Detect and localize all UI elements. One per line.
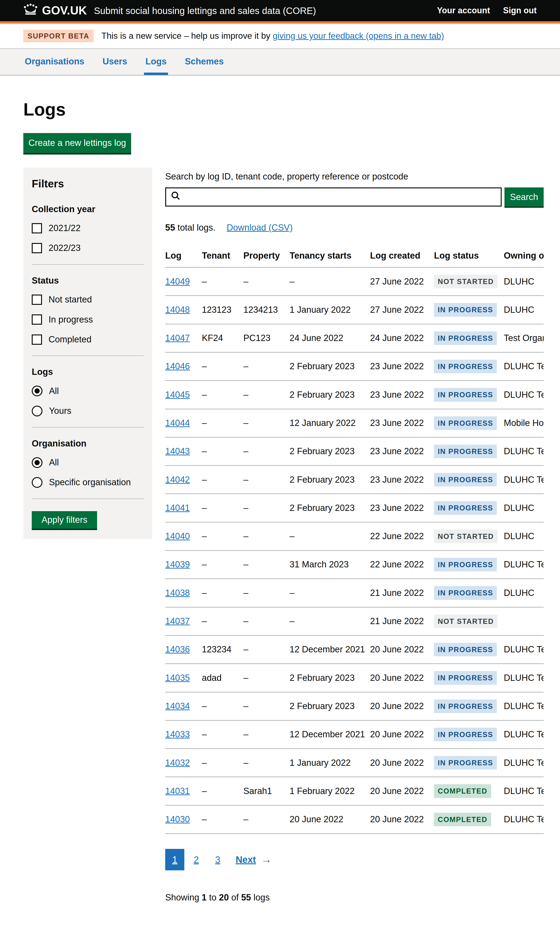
log-link[interactable]: 14043 [165,446,190,456]
showing-of-word: of [231,893,239,902]
log-link[interactable]: 14048 [165,305,190,314]
log-link[interactable]: 14041 [165,503,190,513]
search-button[interactable]: Search [505,188,544,206]
filter-option-label: All [49,385,59,397]
cell-log-created: 20 June 2022 [370,749,434,777]
results-summary: 55 total logs.Download (CSV) [165,222,544,234]
cell-owning-organisation: DLUHC [504,296,544,324]
pagination-page-3[interactable]: 3 [208,849,227,870]
radio-all[interactable] [32,386,43,396]
nav-tab-logs[interactable]: Logs [144,49,168,75]
pagination-page-2[interactable]: 2 [187,849,206,870]
cell-log-status: IN PROGRESS [434,749,504,777]
your-account-link[interactable]: Your account [437,5,490,16]
showing-total: 55 [241,893,251,902]
log-link[interactable]: 14045 [165,390,190,400]
cell-tenant: – [202,607,243,635]
header-logo-group[interactable]: GOV.UK Submit social housing lettings an… [23,3,316,18]
filters-panel: Filters Collection year2021/222022/23Sta… [23,168,152,539]
status-badge: IN PROGRESS [434,303,497,316]
log-link[interactable]: 14040 [165,531,190,541]
cell-log-created: 20 June 2022 [370,777,434,805]
cell-property: – [243,692,290,720]
cell-tenancy-starts: 12 December 2021 [290,635,370,664]
pagination-next-link[interactable]: Next [236,853,256,866]
cell-tenancy-starts: 1 February 2022 [290,777,370,805]
results-count: 55 [165,223,175,232]
table-row: 14049–––27 June 2022NOT STARTEDDLUHC [165,267,544,296]
log-link[interactable]: 14034 [165,701,190,711]
cell-owning-organisation: DLUHC Test [504,692,544,720]
log-link[interactable]: 14033 [165,730,190,739]
cell-tenant: – [202,749,243,777]
search-icon [170,191,181,203]
cell-tenancy-starts: 1 January 2022 [290,296,370,324]
cell-property: – [243,607,290,635]
cell-log-created: 20 June 2022 [370,664,434,692]
pagination-page-1[interactable]: 1 [165,849,184,870]
log-link[interactable]: 14036 [165,644,190,654]
nav-tab-users[interactable]: Users [101,49,129,75]
nav-tab-schemes[interactable]: Schemes [183,49,225,75]
table-row: 14044––12 January 202223 June 2022IN PRO… [165,409,544,437]
log-link[interactable]: 14047 [165,333,190,343]
page-title: Logs [23,98,544,121]
log-link[interactable]: 14039 [165,559,190,569]
filter-option-2022-23: 2022/23 [32,242,144,254]
cell-tenant: – [202,381,243,409]
log-link[interactable]: 14044 [165,418,190,428]
log-link[interactable]: 14030 [165,814,190,824]
checkbox-2022-23[interactable] [32,243,42,253]
table-row: 14047KF24PC12324 June 202224 June 2022IN… [165,324,544,352]
cell-property: – [243,267,290,296]
status-badge: IN PROGRESS [434,331,497,345]
cell-tenant: – [202,494,243,522]
filter-divider [32,264,144,265]
cell-tenant: – [202,720,243,748]
log-link[interactable]: 14046 [165,361,190,371]
filter-option-specific-organisation: Specific organisation [32,476,144,488]
filter-option-label: Completed [49,334,92,345]
checkbox-in-progress[interactable] [32,314,42,325]
filter-option-label: All [49,457,59,468]
checkbox-completed[interactable] [32,334,42,345]
log-link[interactable]: 14042 [165,475,190,485]
radio-yours[interactable] [32,406,43,417]
download-csv-link[interactable]: Download (CSV) [227,223,293,232]
cell-log: 14044 [165,409,202,437]
cell-owning-organisation: DLUHC Test [504,437,544,466]
filter-option-label: Specific organisation [49,476,131,488]
apply-filters-button[interactable]: Apply filters [32,511,97,529]
cell-log-status: IN PROGRESS [434,635,504,664]
checkbox-not-started[interactable] [32,295,42,305]
table-row: 14038–––21 June 2022IN PROGRESSDLUHC [165,579,544,607]
checkbox-2021-22[interactable] [32,223,42,234]
log-link[interactable]: 14035 [165,673,190,683]
log-link[interactable]: 14031 [165,786,190,796]
log-link[interactable]: 14049 [165,276,190,286]
search-input[interactable] [184,192,496,202]
cell-log-status: IN PROGRESS [434,324,504,352]
log-link[interactable]: 14032 [165,758,190,768]
cell-tenancy-starts: 31 March 2023 [290,551,370,579]
cell-property: – [243,381,290,409]
cell-tenant: – [202,352,243,380]
cell-log-status: IN PROGRESS [434,664,504,692]
table-row: 14039––31 March 202322 June 2022IN PROGR… [165,551,544,579]
govuk-logotype[interactable]: GOV.UK [42,3,87,18]
cell-tenant: 123234 [202,635,243,664]
radio-specific-organisation[interactable] [32,477,43,488]
create-lettings-log-button[interactable]: Create a new lettings log [23,133,131,153]
cell-log: 14038 [165,579,202,607]
log-link[interactable]: 14038 [165,588,190,598]
status-badge: IN PROGRESS [434,558,497,571]
nav-tab-organisations[interactable]: Organisations [23,49,86,75]
cell-tenancy-starts: 1 January 2022 [290,749,370,777]
cell-owning-organisation: DLUHC Test [504,381,544,409]
cell-property: – [243,437,290,466]
radio-all[interactable] [32,457,43,468]
service-name[interactable]: Submit social housing lettings and sales… [94,5,316,17]
sign-out-link[interactable]: Sign out [503,5,537,16]
feedback-link[interactable]: giving us your feedback (opens in a new … [273,31,444,41]
log-link[interactable]: 14037 [165,616,190,626]
